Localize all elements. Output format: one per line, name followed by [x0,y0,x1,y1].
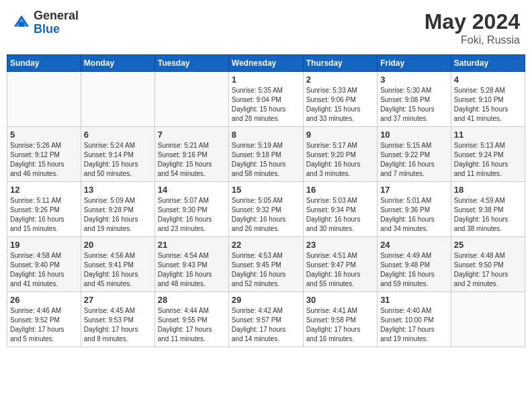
calendar-cell: 16Sunrise: 5:03 AMSunset: 9:34 PMDayligh… [303,182,377,237]
day-number: 30 [306,295,374,305]
calendar-cell: 15Sunrise: 5:05 AMSunset: 9:32 PMDayligh… [228,182,303,237]
weekday-header-row: SundayMondayTuesdayWednesdayThursdayFrid… [7,55,525,72]
calendar-cell: 27Sunrise: 4:45 AMSunset: 9:53 PMDayligh… [81,292,154,347]
day-number: 5 [10,130,78,140]
calendar-cell [81,72,154,127]
calendar-week-3: 12Sunrise: 5:11 AMSunset: 9:26 PMDayligh… [7,182,525,237]
day-number: 6 [84,130,152,140]
day-info: Sunrise: 4:46 AMSunset: 9:52 PMDaylight:… [10,306,78,344]
title-section: May 2024 Foki, Russia [425,9,520,46]
day-info: Sunrise: 5:26 AMSunset: 9:12 PMDaylight:… [10,141,78,179]
day-info: Sunrise: 4:56 AMSunset: 9:41 PMDaylight:… [84,251,152,289]
logo-general-text: General [34,9,79,23]
day-info: Sunrise: 5:13 AMSunset: 9:24 PMDaylight:… [454,141,522,179]
day-number: 3 [380,75,448,85]
day-info: Sunrise: 5:28 AMSunset: 9:10 PMDaylight:… [454,86,522,124]
day-number: 14 [158,185,226,195]
day-number: 18 [454,185,522,195]
day-info: Sunrise: 5:03 AMSunset: 9:34 PMDaylight:… [306,196,374,234]
day-info: Sunrise: 5:09 AMSunset: 9:28 PMDaylight:… [84,196,152,234]
day-number: 9 [306,130,374,140]
calendar-cell: 17Sunrise: 5:01 AMSunset: 9:36 PMDayligh… [378,182,451,237]
location-label: Foki, Russia [425,34,520,46]
day-info: Sunrise: 4:41 AMSunset: 9:58 PMDaylight:… [306,306,374,344]
day-info: Sunrise: 5:21 AMSunset: 9:16 PMDaylight:… [158,141,226,179]
page-header: General Blue May 2024 Foki, Russia [7,7,525,49]
calendar-table: SundayMondayTuesdayWednesdayThursdayFrid… [7,54,525,347]
calendar-week-2: 5Sunrise: 5:26 AMSunset: 9:12 PMDaylight… [7,127,525,182]
calendar-week-4: 19Sunrise: 4:58 AMSunset: 9:40 PMDayligh… [7,237,525,292]
calendar-cell: 28Sunrise: 4:44 AMSunset: 9:55 PMDayligh… [154,292,228,347]
calendar-cell: 24Sunrise: 4:49 AMSunset: 9:48 PMDayligh… [378,237,451,292]
day-info: Sunrise: 4:48 AMSunset: 9:50 PMDaylight:… [454,251,522,289]
day-number: 23 [306,240,374,250]
day-number: 28 [158,295,226,305]
calendar-cell: 6Sunrise: 5:24 AMSunset: 9:14 PMDaylight… [81,127,154,182]
day-number: 2 [306,75,374,85]
day-number: 29 [232,295,300,305]
weekday-header-tuesday: Tuesday [154,55,228,72]
day-info: Sunrise: 4:53 AMSunset: 9:45 PMDaylight:… [232,251,300,289]
weekday-header-friday: Friday [378,55,451,72]
calendar-cell: 4Sunrise: 5:28 AMSunset: 9:10 PMDaylight… [451,72,525,127]
calendar-cell: 26Sunrise: 4:46 AMSunset: 9:52 PMDayligh… [7,292,81,347]
calendar-cell [154,72,228,127]
day-info: Sunrise: 5:30 AMSunset: 9:08 PMDaylight:… [380,86,448,124]
day-info: Sunrise: 4:59 AMSunset: 9:38 PMDaylight:… [454,196,522,234]
calendar-week-5: 26Sunrise: 4:46 AMSunset: 9:52 PMDayligh… [7,292,525,347]
calendar-cell: 8Sunrise: 5:19 AMSunset: 9:18 PMDaylight… [228,127,303,182]
svg-rect-2 [19,21,24,26]
calendar-cell: 2Sunrise: 5:33 AMSunset: 9:06 PMDaylight… [303,72,377,127]
day-number: 4 [454,75,522,85]
calendar-cell [7,72,81,127]
day-info: Sunrise: 5:07 AMSunset: 9:30 PMDaylight:… [158,196,226,234]
day-info: Sunrise: 4:40 AMSunset: 10:00 PMDaylight… [380,306,448,344]
calendar-cell: 25Sunrise: 4:48 AMSunset: 9:50 PMDayligh… [451,237,525,292]
day-number: 13 [84,185,152,195]
day-info: Sunrise: 4:49 AMSunset: 9:48 PMDaylight:… [380,251,448,289]
day-number: 17 [380,185,448,195]
day-info: Sunrise: 5:11 AMSunset: 9:26 PMDaylight:… [10,196,78,234]
day-number: 22 [232,240,300,250]
logo-text: General Blue [34,9,79,36]
calendar-cell: 9Sunrise: 5:17 AMSunset: 9:20 PMDaylight… [303,127,377,182]
calendar-cell: 31Sunrise: 4:40 AMSunset: 10:00 PMDaylig… [378,292,451,347]
month-year-title: May 2024 [425,9,520,34]
calendar-cell: 13Sunrise: 5:09 AMSunset: 9:28 PMDayligh… [81,182,154,237]
day-info: Sunrise: 5:01 AMSunset: 9:36 PMDaylight:… [380,196,448,234]
calendar-week-1: 1Sunrise: 5:35 AMSunset: 9:04 PMDaylight… [7,72,525,127]
calendar-cell: 18Sunrise: 4:59 AMSunset: 9:38 PMDayligh… [451,182,525,237]
day-number: 24 [380,240,448,250]
day-info: Sunrise: 4:51 AMSunset: 9:47 PMDaylight:… [306,251,374,289]
day-info: Sunrise: 5:24 AMSunset: 9:14 PMDaylight:… [84,141,152,179]
calendar-cell: 29Sunrise: 4:42 AMSunset: 9:57 PMDayligh… [228,292,303,347]
day-number: 12 [10,185,78,195]
weekday-header-saturday: Saturday [451,55,525,72]
logo-icon [12,13,31,32]
day-number: 16 [306,185,374,195]
logo-blue-text: Blue [34,23,79,36]
day-number: 20 [84,240,152,250]
calendar-cell [451,292,525,347]
day-info: Sunrise: 5:05 AMSunset: 9:32 PMDaylight:… [232,196,300,234]
weekday-header-sunday: Sunday [7,55,81,72]
calendar-cell: 22Sunrise: 4:53 AMSunset: 9:45 PMDayligh… [228,237,303,292]
day-number: 11 [454,130,522,140]
day-number: 25 [454,240,522,250]
day-number: 1 [232,75,300,85]
weekday-header-thursday: Thursday [303,55,377,72]
day-number: 31 [380,295,448,305]
calendar-cell: 20Sunrise: 4:56 AMSunset: 9:41 PMDayligh… [81,237,154,292]
day-number: 7 [158,130,226,140]
day-number: 10 [380,130,448,140]
calendar-cell: 11Sunrise: 5:13 AMSunset: 9:24 PMDayligh… [451,127,525,182]
day-info: Sunrise: 4:58 AMSunset: 9:40 PMDaylight:… [10,251,78,289]
calendar-cell: 12Sunrise: 5:11 AMSunset: 9:26 PMDayligh… [7,182,81,237]
day-info: Sunrise: 4:44 AMSunset: 9:55 PMDaylight:… [158,306,226,344]
calendar-cell: 30Sunrise: 4:41 AMSunset: 9:58 PMDayligh… [303,292,377,347]
calendar-cell: 5Sunrise: 5:26 AMSunset: 9:12 PMDaylight… [7,127,81,182]
day-number: 26 [10,295,78,305]
calendar-cell: 3Sunrise: 5:30 AMSunset: 9:08 PMDaylight… [378,72,451,127]
day-info: Sunrise: 5:19 AMSunset: 9:18 PMDaylight:… [232,141,300,179]
day-number: 19 [10,240,78,250]
